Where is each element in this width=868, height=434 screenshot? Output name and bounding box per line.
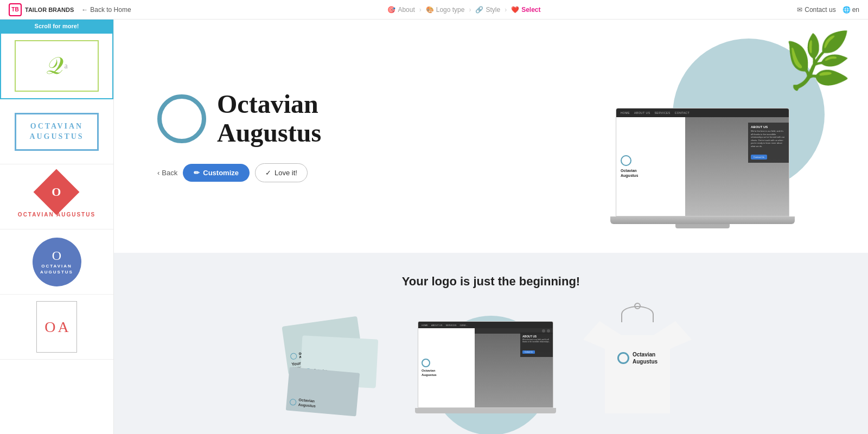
brand-name: TAILOR BRANDS [25, 7, 74, 13]
globe-icon: 🌐 [843, 6, 851, 14]
back-link-label: Back to Home [90, 6, 131, 14]
logo-4-name: OCTAVIANAUGUSTUS [40, 263, 73, 275]
laptop-navbar: HOME ABOUT US SERVICES CONTACT [616, 108, 789, 117]
logo-2-text: OCTAVIANAUGUSTUS [29, 122, 84, 141]
love-button-label: Love it! [275, 169, 297, 177]
big-logo-display: Octavian Augustus [157, 90, 321, 148]
tshirt-mockup: Octavian Augustus [578, 306, 697, 413]
laptop-nav-about: ABOUT US [634, 111, 650, 114]
step-style-label: Style [486, 6, 500, 14]
hanger [621, 306, 654, 322]
customize-button-label: Customize [203, 169, 239, 177]
laptop-nav-home: HOME [621, 111, 630, 114]
style-icon: 🔗 [475, 6, 483, 14]
logo-3-letter: O [52, 185, 61, 199]
laptop-logo-ring [621, 155, 631, 166]
small-laptop-ring [422, 359, 430, 367]
step-separator-2: › [469, 6, 471, 14]
brand-logo: TB TAILOR BRANDS [9, 3, 74, 16]
main-layout: Scroll for more! 𝒬 a OCTAVIANAUGUSTUS O [0, 20, 868, 434]
tshirt-brand-line2: Augustus [633, 359, 658, 365]
nav-steps: 🎯 About › 🎨 Logo type › 🔗 Style › ❤️ Sel… [387, 6, 540, 14]
small-laptop-about: ABOUT US We're the best in our field, an… [520, 333, 553, 357]
logo-4-preview: O OCTAVIANAUGUSTUS [33, 238, 81, 286]
laptop-mockup-area: 🌿 HOME ABOUT US SERVICES CONTACT Oc [597, 33, 835, 239]
back-arrow-icon: ← [81, 6, 88, 14]
scroll-hint[interactable]: Scroll for more! [0, 20, 113, 33]
small-laptop-name: OctavianAugustus [422, 369, 471, 378]
step-logo-type[interactable]: 🎨 Logo type [426, 6, 465, 14]
plant-icon: 🌿 [784, 33, 852, 87]
back-button-label: Back [162, 169, 177, 177]
brand-name-line1: Octavian [217, 90, 321, 119]
mail-icon: ✉ [797, 6, 802, 14]
laptop-hero-right: ABOUT US We're the best in our field, an… [685, 117, 789, 216]
step-about-label: About [398, 6, 414, 14]
laptop-nav-services: SERVICES [654, 111, 670, 114]
love-button[interactable]: ✓ Love it! [255, 163, 308, 182]
laptop-hero: OctavianAugustus ABOUT US We're the best… [616, 117, 789, 216]
back-button[interactable]: ‹ Back [157, 169, 177, 177]
back-to-home-link[interactable]: ← Back to Home [81, 6, 131, 14]
step-separator-1: › [419, 6, 422, 14]
action-buttons: ‹ Back ✏ Customize ✓ Love it! [157, 163, 308, 182]
logo-5-preview: O A [36, 301, 77, 353]
logo-1-preview: 𝒬 a [15, 40, 99, 92]
small-laptop-about-btn: Contact Us [522, 350, 535, 354]
small-laptop-nav-services: SERVICES [445, 324, 456, 327]
logo-5-a: A [58, 318, 69, 336]
logo-brand-text: Octavian Augustus [217, 90, 321, 148]
step-style[interactable]: 🔗 Style [475, 6, 500, 14]
bottom-mockups: OctavianAugustus Your Name Founder & CEO… [146, 305, 835, 413]
laptop-stand [675, 224, 730, 228]
contact-link[interactable]: ✉ Contact us [797, 6, 835, 14]
small-laptop-base [415, 408, 556, 413]
small-laptop-mockup: HOME ABOUT US SERVICES GENE... OctavianA… [410, 321, 561, 413]
pencil-icon: ✏ [194, 169, 200, 177]
tshirt: Octavian Augustus [583, 321, 692, 413]
laptop-about-btn: Contact Us [751, 155, 767, 159]
logo-ring-icon [157, 94, 206, 143]
logo-option-3[interactable]: O OCTAVIAN AUGUSTUS [0, 164, 113, 229]
bottom-section: Your logo is just the beginning! Octavia… [114, 253, 868, 434]
logo-option-2[interactable]: OCTAVIANAUGUSTUS [0, 99, 113, 164]
small-laptop-right: ABOUT US We're the best in our field, an… [475, 328, 553, 407]
small-laptop-left: OctavianAugustus [418, 328, 475, 407]
top-navigation: TB TAILOR BRANDS ← Back to Home 🎯 About … [0, 0, 868, 20]
logo-option-1[interactable]: 𝒬 a [0, 33, 113, 99]
logo-5-o: O [44, 318, 55, 336]
step-about[interactable]: 🎯 About [387, 6, 414, 14]
back-chevron-icon: ‹ [157, 169, 159, 177]
logo-option-5[interactable]: O A [0, 295, 113, 360]
contact-label: Contact us [805, 6, 835, 14]
laptop-logo-name: OctavianAugustus [621, 168, 638, 178]
laptop-mockup: HOME ABOUT US SERVICES CONTACT OctavianA… [597, 108, 808, 228]
logo-4-letter: O [52, 248, 61, 263]
logo-option-4[interactable]: O OCTAVIANAUGUSTUS [0, 229, 113, 295]
step-logo-type-label: Logo type [436, 6, 465, 14]
laptop-screen: HOME ABOUT US SERVICES CONTACT OctavianA… [616, 108, 789, 216]
laptop-hero-left: OctavianAugustus [616, 117, 685, 216]
main-content: Octavian Augustus ‹ Back ✏ Customize [114, 20, 868, 434]
step-select-label: Select [521, 6, 540, 14]
nav-left: TB TAILOR BRANDS ← Back to Home [9, 3, 131, 16]
laptop-about-box: ABOUT US We're the best in our field, an… [748, 123, 789, 163]
customize-button[interactable]: ✏ Customize [183, 164, 250, 182]
preview-left: Octavian Augustus ‹ Back ✏ Customize [157, 90, 597, 183]
logo-1-script-char: 𝒬 [46, 54, 62, 78]
step-select[interactable]: ❤️ Select [511, 6, 540, 14]
logo-1-a-char: a [64, 62, 67, 71]
nav-right: ✉ Contact us 🌐 en [797, 6, 859, 14]
small-laptop-screen: HOME ABOUT US SERVICES GENE... OctavianA… [418, 321, 553, 408]
small-laptop-about-title: ABOUT US [522, 335, 551, 338]
language-selector[interactable]: 🌐 en [843, 6, 859, 14]
biz-card-ring-1 [290, 353, 297, 360]
tshirt-ring [617, 352, 629, 364]
laptop-nav-contact: CONTACT [675, 111, 690, 114]
laptop-about-title: ABOUT US [751, 125, 786, 129]
small-laptop-about-text: We're the best in our field, and it's al… [522, 339, 551, 343]
tshirt-brand-name: Octavian Augustus [633, 351, 658, 365]
logo-3-diamond: O [34, 169, 80, 215]
logo-sidebar: Scroll for more! 𝒬 a OCTAVIANAUGUSTUS O [0, 20, 114, 434]
logo-4-circle: O OCTAVIANAUGUSTUS [33, 238, 81, 286]
